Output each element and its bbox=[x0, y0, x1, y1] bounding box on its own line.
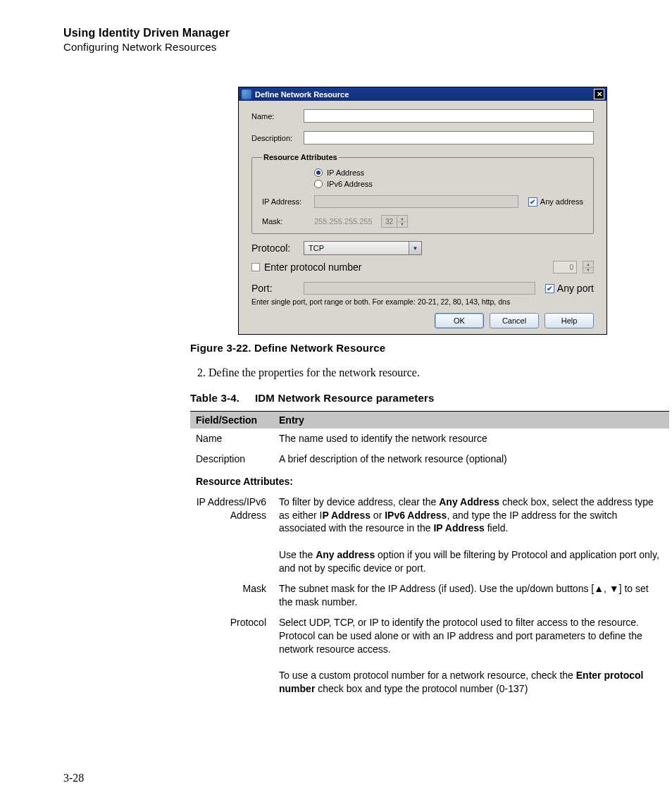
close-icon[interactable]: ✕ bbox=[594, 89, 604, 99]
mask-spinner[interactable]: 32 ▲ ▼ bbox=[381, 215, 408, 228]
protocol-number-spinner[interactable]: ▲ ▼ bbox=[583, 261, 594, 273]
table-row: Resource Attributes: bbox=[190, 469, 669, 492]
chevron-down-icon[interactable]: ▼ bbox=[583, 268, 593, 273]
name-field[interactable] bbox=[304, 109, 594, 123]
parameters-table: Field/Section Entry Name The name used t… bbox=[190, 411, 669, 699]
ipv6-address-radio[interactable] bbox=[314, 180, 323, 188]
protocol-dropdown[interactable]: TCP ▼ bbox=[304, 241, 422, 255]
dialog-body: Name: Description: Resource Attributes I… bbox=[239, 101, 606, 334]
ip-address-label: IP Address: bbox=[262, 197, 314, 206]
chevron-down-icon: ▼ bbox=[409, 242, 421, 254]
description-field[interactable] bbox=[304, 131, 594, 144]
step-text: 2. Define the properties for the network… bbox=[197, 366, 616, 379]
description-label: Description: bbox=[251, 134, 304, 142]
app-icon bbox=[242, 90, 251, 99]
any-address-label: Any address bbox=[540, 197, 583, 206]
resource-attributes-legend: Resource Attributes bbox=[262, 153, 339, 161]
table-row: IP Address/IPv6 Address To filter by dev… bbox=[190, 492, 669, 579]
mask-value: 255.255.255.255 bbox=[314, 217, 381, 226]
protocol-number-field[interactable] bbox=[553, 261, 577, 273]
figure-caption: Figure 3-22. Define Network Resource bbox=[190, 342, 616, 354]
ipv6-address-radio-label: IPv6 Address bbox=[327, 180, 373, 188]
doc-title: Using Identity Driven Manager bbox=[63, 27, 616, 39]
mask-spinner-value: 32 bbox=[382, 216, 397, 227]
ip-address-radio-label: IP Address bbox=[327, 168, 364, 177]
port-hint: Enter single port, port range or both. F… bbox=[251, 297, 594, 306]
table-caption: Table 3-4. IDM Network Resource paramete… bbox=[190, 392, 616, 404]
ok-button[interactable]: OK bbox=[435, 313, 484, 328]
table-row: Name The name used to identify the netwo… bbox=[190, 429, 669, 449]
enter-protocol-number-label: Enter protocol number bbox=[264, 261, 362, 273]
table-row: Description A brief description of the n… bbox=[190, 449, 669, 469]
any-address-checkbox[interactable]: ✔ bbox=[528, 197, 537, 207]
name-label: Name: bbox=[251, 112, 304, 121]
port-field[interactable] bbox=[304, 282, 535, 295]
col-entry: Entry bbox=[273, 412, 669, 429]
mask-label: Mask: bbox=[262, 217, 314, 226]
doc-header: Using Identity Driven Manager Configurin… bbox=[63, 27, 616, 53]
cancel-button[interactable]: Cancel bbox=[490, 313, 539, 328]
chevron-down-icon[interactable]: ▼ bbox=[397, 222, 407, 228]
define-network-resource-dialog: Define Network Resource ✕ Name: Descript… bbox=[238, 87, 607, 335]
help-button[interactable]: Help bbox=[545, 313, 594, 328]
dialog-title: Define Network Resource bbox=[255, 90, 349, 99]
any-port-label: Any port bbox=[557, 283, 594, 294]
ip-address-field[interactable] bbox=[314, 195, 518, 208]
chevron-up-icon[interactable]: ▲ bbox=[583, 261, 593, 268]
any-port-checkbox[interactable]: ✔ bbox=[545, 284, 554, 293]
table-row: Mask The subnet mask for the IP Address … bbox=[190, 579, 669, 612]
protocol-selected: TCP bbox=[309, 244, 324, 252]
dialog-titlebar: Define Network Resource ✕ bbox=[239, 87, 606, 101]
enter-protocol-number-checkbox[interactable] bbox=[251, 263, 260, 271]
port-label: Port: bbox=[251, 283, 304, 294]
page-number: 3-28 bbox=[63, 772, 84, 784]
resource-attributes-group: Resource Attributes IP Address IPv6 Addr… bbox=[251, 153, 594, 234]
col-field: Field/Section bbox=[190, 412, 273, 429]
protocol-label: Protocol: bbox=[251, 242, 304, 254]
chevron-up-icon[interactable]: ▲ bbox=[397, 216, 407, 222]
doc-subtitle: Configuring Network Resources bbox=[63, 41, 616, 53]
table-row: Protocol Select UDP, TCP, or IP to ident… bbox=[190, 612, 669, 699]
ip-address-radio[interactable] bbox=[314, 168, 323, 177]
